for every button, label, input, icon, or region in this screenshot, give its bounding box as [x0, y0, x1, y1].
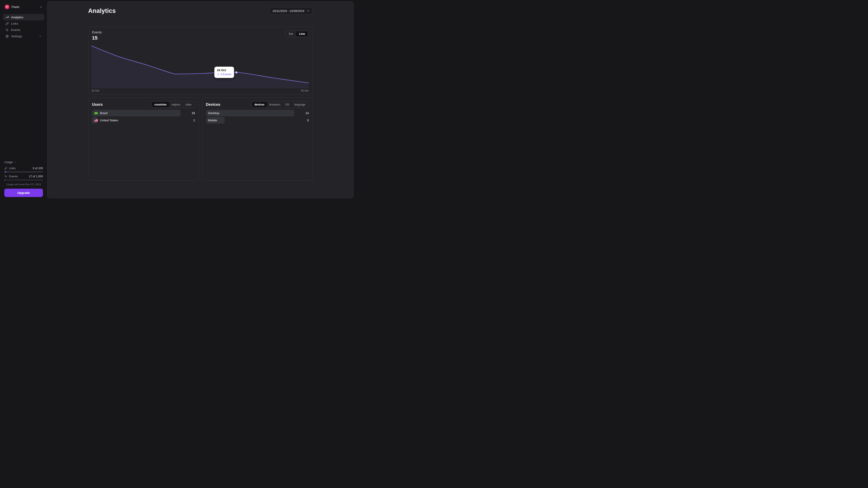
usage-links-progress [4, 171, 43, 172]
tooltip-date: 24 Oct [217, 68, 231, 72]
users-list: Brazil 16 United States [92, 110, 195, 124]
devices-tabs: devices browsers OS language [251, 101, 309, 108]
toggle-line[interactable]: Line [296, 31, 308, 36]
cursor-click-icon [4, 175, 7, 178]
workspace-name: Paulo [11, 5, 20, 8]
us-flag [94, 119, 98, 122]
tab-countries[interactable]: countries [152, 102, 169, 107]
usage-events-progress [4, 180, 43, 181]
page-title: Analytics [88, 7, 116, 14]
country-value: 16 [182, 111, 195, 115]
chart-canvas [92, 43, 309, 88]
link-icon [4, 167, 7, 170]
usage-panel: Usage Links 5 of 100 Events [0, 160, 47, 197]
series-ring-icon [217, 73, 219, 75]
device-label: Mobile [208, 119, 217, 122]
tab-browsers[interactable]: browsers [267, 102, 283, 107]
chevron-right-icon [14, 161, 17, 164]
country-value: 1 [182, 119, 195, 122]
tooltip-value: 3 Events [220, 73, 231, 76]
device-label: Desktop [208, 111, 219, 115]
devices-list: Desktop 14 Mobile 3 [206, 110, 309, 124]
link-icon [5, 22, 9, 25]
gear-icon [5, 35, 9, 38]
country-label: United States [100, 119, 118, 122]
users-card: Users countries regions cities [88, 98, 199, 181]
usage-events-label: Events [9, 175, 18, 178]
chevron-down-icon [39, 35, 42, 38]
chart-data-point-dot [235, 71, 238, 74]
date-range-value: 10/11/2024 - 10/26/2024 [272, 9, 304, 13]
chart-type-toggle: Bar Line [285, 31, 309, 37]
devices-card-title: Devices [206, 102, 220, 107]
list-item[interactable]: Brazil 16 [92, 110, 195, 116]
tab-devices[interactable]: devices [252, 102, 267, 107]
device-value: 14 [296, 111, 309, 115]
users-card-title: Users [92, 102, 103, 107]
main-panel: Analytics 10/11/2024 - 10/26/2024 Events… [47, 1, 353, 198]
usage-links-value: 5 of 100 [33, 167, 43, 170]
sidebar: PA Paulo Analytics Links Events [0, 0, 47, 199]
sidebar-item-label: Settings [11, 35, 22, 38]
sidebar-item-label: Links [11, 22, 18, 25]
brazil-flag [94, 112, 98, 115]
users-tabs: countries regions cities [151, 101, 195, 108]
usage-events-value: 17 of 1,000 [29, 175, 43, 178]
sidebar-item-analytics[interactable]: Analytics [3, 14, 44, 20]
sidebar-item-events[interactable]: Events [3, 27, 44, 33]
tab-cities[interactable]: cities [183, 102, 194, 107]
tab-os[interactable]: OS [283, 102, 291, 107]
chevron-down-icon [39, 5, 42, 8]
country-label: Brazil [100, 111, 107, 115]
list-item[interactable]: Desktop 14 [206, 110, 309, 116]
usage-links: Links 5 of 100 [4, 167, 43, 172]
avatar: PA [5, 4, 9, 9]
workspace-selector[interactable]: PA Paulo [3, 3, 44, 11]
cursor-click-icon [5, 28, 9, 32]
chart-tooltip: 24 Oct 3 Events [214, 67, 234, 78]
sidebar-nav: Analytics Links Events Settings [3, 14, 44, 39]
usage-events: Events 17 of 1,000 [4, 175, 43, 181]
sidebar-item-label: Analytics [11, 15, 23, 19]
sidebar-item-links[interactable]: Links [3, 20, 44, 27]
trending-up-icon [5, 15, 9, 19]
sidebar-item-label: Events [11, 28, 20, 32]
x-axis-label-right: 25 Oct [301, 89, 309, 92]
events-line-chart[interactable]: 24 Oct 3 Events [92, 43, 309, 88]
tab-regions[interactable]: regions [169, 102, 183, 107]
chevron-down-icon [307, 9, 310, 12]
devices-card: Devices devices browsers OS language Des… [202, 98, 313, 181]
events-total: 15 [92, 35, 102, 41]
upgrade-button[interactable]: Upgrade [4, 189, 43, 197]
toggle-bar[interactable]: Bar [286, 31, 296, 36]
tab-language[interactable]: language [292, 102, 308, 107]
list-item[interactable]: United States 1 [92, 117, 195, 124]
list-item[interactable]: Mobile 3 [206, 117, 309, 124]
sidebar-item-settings[interactable]: Settings [3, 33, 44, 39]
device-value: 3 [296, 119, 309, 122]
x-axis-label-left: 21 Oct [92, 89, 99, 92]
usage-reset-note: Usage will reset Nov 20, 2024 [4, 183, 43, 186]
usage-title: Usage [4, 160, 13, 164]
x-axis: 21 Oct 25 Oct [92, 89, 309, 92]
events-card: Events 15 Bar Line 24 Oct [88, 27, 313, 94]
usage-links-label: Links [9, 167, 16, 170]
events-card-title: Events [92, 31, 102, 34]
usage-link[interactable]: Usage [4, 160, 43, 164]
date-range-select[interactable]: 10/11/2024 - 10/26/2024 [270, 7, 313, 15]
